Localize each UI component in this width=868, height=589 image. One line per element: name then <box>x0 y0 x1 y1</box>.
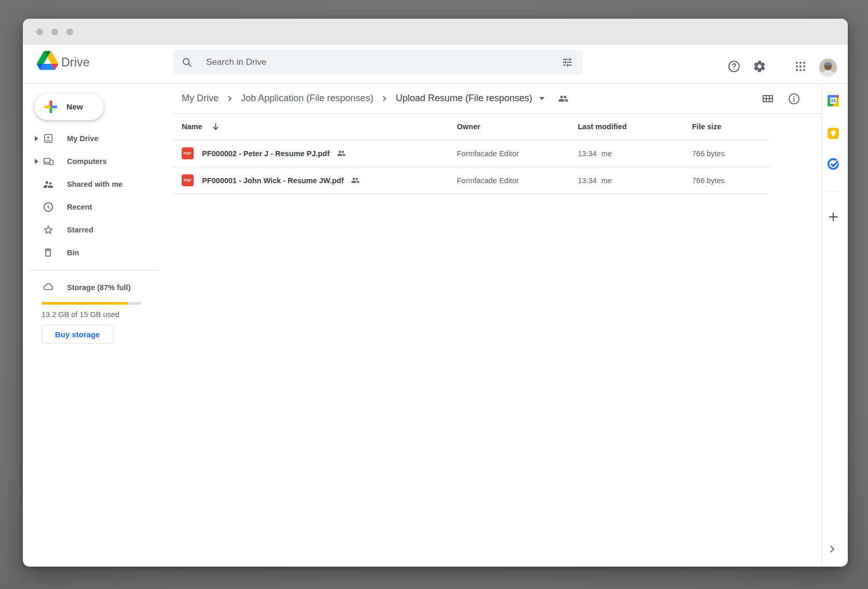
settings-gear-icon[interactable] <box>750 57 769 76</box>
help-button[interactable] <box>725 57 743 76</box>
new-button[interactable]: New <box>34 93 104 120</box>
computers-icon <box>43 156 54 167</box>
shared-people-icon <box>337 149 346 158</box>
search-options-tune-icon[interactable] <box>562 57 573 68</box>
expand-arrow-icon[interactable] <box>35 159 38 164</box>
grid-view-toggle-button[interactable] <box>757 88 778 109</box>
column-header-name[interactable]: Name <box>182 122 202 131</box>
breadcrumb: My Drive Job Application (File responses… <box>182 84 568 113</box>
window-control-dot[interactable] <box>36 29 43 35</box>
pdf-file-icon: PDF <box>182 147 194 159</box>
sidebar-item-my-drive[interactable]: My Drive <box>23 127 172 150</box>
sidebar-item-label: My Drive <box>67 134 98 143</box>
get-add-ons-plus-button[interactable] <box>827 211 839 223</box>
file-size: 766 bytes <box>692 176 725 185</box>
my-drive-icon <box>43 133 54 144</box>
sidebar-item-starred[interactable]: Starred <box>23 218 172 241</box>
drive-logo-icon[interactable] <box>37 51 58 70</box>
sidebar-item-label: Shared with me <box>67 180 123 188</box>
storage-progress-fill <box>42 302 128 305</box>
calendar-app-icon[interactable]: 31 <box>826 94 840 107</box>
desktop-background: Drive Search in Drive <box>0 0 868 589</box>
column-header-last-modified[interactable]: Last modified <box>578 122 627 131</box>
tasks-app-icon[interactable] <box>826 157 840 171</box>
window-control-dot[interactable] <box>51 29 58 35</box>
sidebar-item-computers[interactable]: Computers <box>23 150 172 173</box>
column-header-file-size[interactable]: File size <box>692 122 721 131</box>
recent-clock-icon <box>43 201 54 213</box>
folder-shared-people-icon <box>558 93 568 104</box>
breadcrumb-chevron-icon <box>382 95 387 102</box>
window-titlebar <box>23 19 848 45</box>
buy-storage-button[interactable]: Buy storage <box>42 325 113 344</box>
divider <box>29 270 160 270</box>
divider <box>826 191 840 191</box>
file-row[interactable]: PDF PF000002 - Peter J - Resume PJ.pdf F… <box>173 140 770 167</box>
sidebar-item-label: Computers <box>67 157 107 166</box>
sidebar-item-label: Starred <box>67 226 93 234</box>
google-apps-grid-icon[interactable] <box>791 57 810 76</box>
file-name[interactable]: PF000001 - John Wick - Resume JW.pdf <box>202 176 344 185</box>
storage-progress-track <box>42 302 141 305</box>
window-control-dot[interactable] <box>66 29 73 35</box>
new-button-label: New <box>66 102 83 112</box>
storage-label[interactable]: Storage (87% full) <box>67 283 130 292</box>
pdf-file-icon: PDF <box>182 174 194 186</box>
svg-text:31: 31 <box>831 98 836 103</box>
bin-trash-icon <box>43 247 54 258</box>
search-icon[interactable] <box>181 57 193 68</box>
column-header-owner[interactable]: Owner <box>457 122 480 131</box>
sidebar-item-shared-with-me[interactable]: Shared with me <box>23 173 172 196</box>
user-avatar[interactable] <box>819 59 837 76</box>
file-owner: Formfacade Editor <box>457 176 519 185</box>
breadcrumb-upload-resume[interactable]: Upload Resume (File responses) <box>396 93 532 104</box>
sidebar-item-label: Bin <box>67 249 79 257</box>
shared-with-me-icon <box>43 179 54 190</box>
sidebar-item-recent[interactable]: Recent <box>23 196 172 218</box>
hide-side-panel-chevron-button[interactable] <box>826 543 838 555</box>
search-input[interactable]: Search in Drive <box>206 57 562 67</box>
file-modified-by: me <box>601 149 612 158</box>
browser-window: Drive Search in Drive <box>23 19 848 567</box>
expand-arrow-icon[interactable] <box>35 136 38 141</box>
search-bar[interactable]: Search in Drive <box>173 50 582 75</box>
breadcrumb-chevron-icon <box>227 95 233 102</box>
multicolor-plus-icon <box>43 99 59 115</box>
folder-menu-caret-icon[interactable] <box>539 97 545 100</box>
star-icon <box>43 224 54 236</box>
file-modified-by: me <box>601 176 612 185</box>
file-table-header: Name Owner Last modified File size <box>173 113 770 140</box>
keep-app-icon[interactable] <box>826 127 840 140</box>
sidebar-item-bin[interactable]: Bin <box>23 241 172 264</box>
breadcrumb-job-application[interactable]: Job Application (File responses) <box>241 93 373 104</box>
file-row[interactable]: PDF PF000001 - John Wick - Resume JW.pdf… <box>173 167 770 194</box>
file-size: 766 bytes <box>692 149 725 158</box>
details-info-button[interactable] <box>783 88 804 109</box>
app-title: Drive <box>61 56 90 70</box>
file-owner: Formfacade Editor <box>457 149 519 158</box>
side-panel-divider <box>822 84 822 567</box>
file-name[interactable]: PF000002 - Peter J - Resume PJ.pdf <box>202 149 330 158</box>
shared-people-icon <box>351 176 360 185</box>
sort-direction-arrow-icon[interactable] <box>212 122 220 131</box>
storage-cloud-icon <box>43 281 54 293</box>
storage-usage-text: 13.2 GB of 15 GB used <box>42 310 119 319</box>
breadcrumb-my-drive[interactable]: My Drive <box>182 93 219 104</box>
sidebar-item-label: Recent <box>67 203 92 211</box>
file-modified-time: 13:34 <box>578 149 596 158</box>
file-modified-time: 13:34 <box>578 176 596 185</box>
